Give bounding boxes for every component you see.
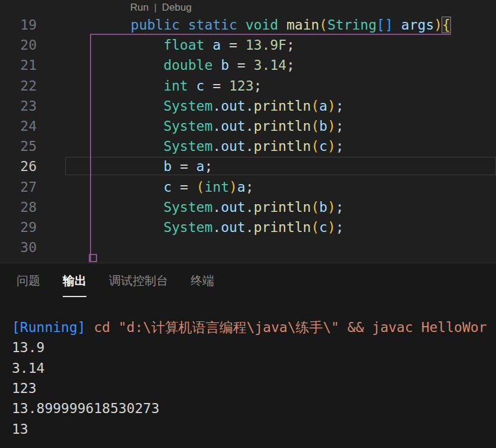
code-line-24[interactable]: 24 System.out.println(b);: [0, 116, 496, 137]
code-line-25[interactable]: 25 System.out.println(c);: [0, 136, 496, 157]
line-number[interactable]: 28: [0, 197, 37, 217]
code-token: println: [254, 98, 311, 114]
code-text: System.out.println(a);: [65, 96, 344, 116]
code-token: [65, 98, 163, 114]
line-number[interactable]: 25: [0, 136, 37, 156]
code-line-23[interactable]: 23 System.out.println(a);: [0, 96, 496, 117]
code-token: []: [376, 17, 393, 33]
code-token: static: [188, 17, 237, 33]
code-token: println: [254, 220, 311, 235]
code-token: .: [246, 138, 254, 154]
panel-tabs: 问题输出调试控制台终端: [0, 263, 496, 298]
line-number[interactable]: 21: [0, 55, 37, 75]
code-token: ): [434, 17, 442, 33]
panel-tab-terminal[interactable]: 终端: [191, 263, 214, 298]
code-token: 123: [12, 381, 37, 396]
code-line-20[interactable]: 20 float a = 13.9F;: [0, 35, 496, 56]
code-token: b: [163, 159, 172, 174]
code-line-30[interactable]: 30: [0, 237, 496, 258]
code-token: =: [221, 37, 246, 53]
code-token: a: [237, 179, 246, 195]
code-line-26[interactable]: 26 b = a;: [0, 156, 496, 177]
code-token: [65, 37, 163, 53]
code-token: ;: [246, 179, 254, 195]
code-token: out: [221, 118, 246, 134]
code-token: =: [204, 78, 229, 94]
code-token: [237, 17, 246, 33]
code-token: .: [212, 118, 221, 134]
code-token: [393, 17, 401, 33]
code-token: ;: [204, 159, 212, 174]
code-token: a: [319, 98, 327, 114]
panel-tab-problems[interactable]: 问题: [17, 263, 40, 298]
code-token: println: [254, 138, 311, 154]
code-token: ;: [336, 199, 344, 215]
code-token: ;: [286, 37, 295, 53]
code-token: .: [246, 118, 254, 134]
code-token: ;: [254, 78, 262, 94]
code-token: ): [229, 179, 237, 195]
code-token: .: [212, 220, 221, 235]
code-text: double b = 3.14;: [65, 55, 295, 75]
code-token: ;: [336, 138, 344, 154]
code-token: 13.899999618530273: [12, 401, 159, 416]
line-number[interactable]: 26: [0, 156, 37, 176]
codelens-run-link[interactable]: Run: [130, 2, 149, 14]
code-token: out: [221, 199, 246, 215]
code-token: [65, 57, 163, 73]
code-token: [65, 199, 163, 215]
code-token: .: [246, 199, 254, 215]
code-editor[interactable]: Run | Debug 19 public static void main(S…: [0, 0, 496, 263]
code-token: ): [327, 138, 336, 154]
code-line-28[interactable]: 28 System.out.println(b);: [0, 197, 496, 218]
code-line-29[interactable]: 29 System.out.println(c);: [0, 217, 496, 238]
code-token: (: [197, 179, 205, 195]
code-text: System.out.println(b);: [65, 116, 344, 136]
code-text: float a = 13.9F;: [65, 35, 295, 55]
code-token: [180, 17, 188, 33]
code-token: System: [163, 220, 212, 235]
code-token: ): [327, 98, 336, 114]
code-token: 13.9F: [246, 37, 286, 53]
line-number[interactable]: 24: [0, 116, 37, 136]
code-token: .: [212, 199, 221, 215]
line-number[interactable]: 20: [0, 35, 37, 55]
code-token: ): [327, 118, 336, 134]
code-token: args: [401, 17, 434, 33]
code-token: ;: [336, 98, 344, 114]
codelens-debug-link[interactable]: Debug: [162, 2, 192, 14]
code-token: b: [319, 199, 327, 215]
code-token: [65, 179, 163, 195]
code-text: c = (int)a;: [65, 177, 254, 197]
panel-tab-output[interactable]: 输出: [63, 263, 86, 298]
code-line-21[interactable]: 21 double b = 3.14;: [0, 55, 496, 76]
code-token: =: [172, 179, 197, 195]
code-token: cd "d:\计算机语言编程\java\练手\" && javac HelloW…: [94, 320, 487, 335]
code-line-27[interactable]: 27 c = (int)a;: [0, 177, 496, 198]
line-number[interactable]: 27: [0, 177, 37, 197]
code-token: a: [212, 37, 221, 53]
code-token: [278, 17, 286, 33]
line-number[interactable]: 22: [0, 76, 37, 96]
code-token: .: [212, 138, 221, 154]
code-token: System: [163, 138, 212, 154]
matched-brace: {: [442, 17, 450, 33]
output-line: 123: [12, 378, 496, 399]
output-content[interactable]: [Running] cd "d:\计算机语言编程\java\练手\" && ja…: [0, 302, 496, 448]
line-number[interactable]: 30: [0, 237, 37, 257]
code-token: println: [254, 118, 311, 134]
code-token: [65, 78, 163, 94]
code-line-22[interactable]: 22 int c = 123;: [0, 76, 496, 96]
line-number[interactable]: 29: [0, 217, 37, 237]
code-token: [Running]: [12, 320, 94, 335]
code-token: ;: [286, 57, 295, 73]
line-number[interactable]: 19: [0, 15, 37, 35]
panel-tab-debug-console[interactable]: 调试控制台: [109, 263, 168, 298]
code-token: c: [163, 179, 172, 195]
code-token: .: [212, 98, 221, 114]
line-number[interactable]: 23: [0, 96, 37, 116]
code-token: float: [163, 37, 204, 53]
code-token: [212, 57, 221, 73]
code-line-19[interactable]: 19 public static void main(String[] args…: [0, 15, 496, 36]
code-token: a: [197, 159, 205, 174]
